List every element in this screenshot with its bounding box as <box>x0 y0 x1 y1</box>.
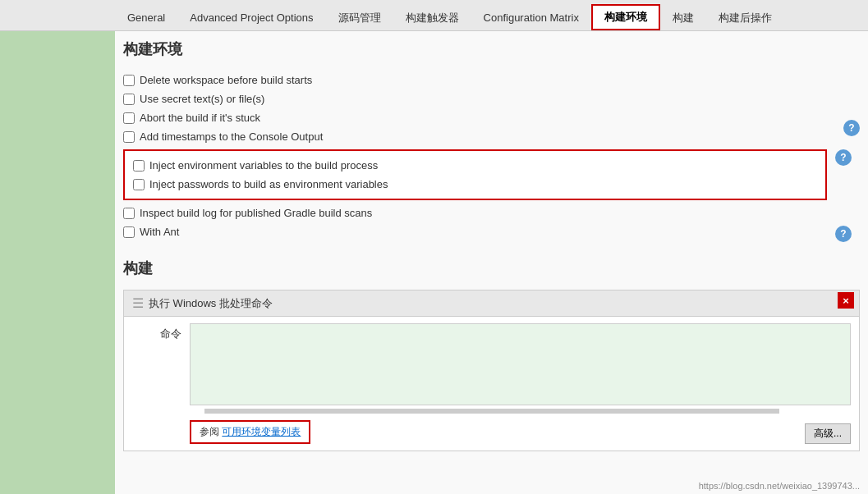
build-block-header: ☰ 执行 Windows 批处理命令 <box>124 290 859 317</box>
main-content: 构建环境 Delete workspace before build start… <box>115 31 868 494</box>
build-env-title: 构建环境 <box>123 39 860 62</box>
checkbox-delete-workspace-label: Delete workspace before build starts <box>140 74 312 86</box>
checkbox-inject-passwords[interactable] <box>133 179 145 190</box>
build-section-title: 构建 <box>123 258 860 281</box>
checkbox-row-delete-workspace: Delete workspace before build starts <box>123 71 827 89</box>
checkbox-timestamps-label: Add timestamps to the Console Output <box>140 130 323 143</box>
grouped-checkboxes-wrapper: Inject environment variables to the buil… <box>123 146 860 204</box>
checkbox-row-gradle-wrapper: Inspect build log for published Gradle b… <box>123 204 860 222</box>
help-panel: ? <box>835 31 868 494</box>
checkbox-secret-label: Use secret text(s) or file(s) <box>140 93 264 105</box>
inject-group-box: Inject environment variables to the buil… <box>123 149 827 200</box>
checkbox-row-4-wrapper: Add timestamps to the Console Output <box>123 127 860 146</box>
checkbox-timestamps[interactable] <box>123 131 135 143</box>
checkbox-inject-passwords-label: Inject passwords to build as environment… <box>149 178 388 190</box>
env-ref-text: 参阅 <box>200 426 222 437</box>
checkbox-row-1-wrapper: Delete workspace before build starts <box>123 71 860 89</box>
checkbox-delete-workspace[interactable] <box>123 75 135 86</box>
tab-triggers[interactable]: 构建触发器 <box>393 4 471 30</box>
checkbox-ant-label: With Ant <box>140 226 179 238</box>
checkbox-inject-env-label: Inject environment variables to the buil… <box>149 159 378 172</box>
checkbox-abort-label: Abort the build if it's stuck <box>140 112 260 124</box>
tab-matrix[interactable]: Configuration Matrix <box>471 4 591 30</box>
help-icon-secret[interactable]: ? <box>843 120 860 136</box>
command-label: 命令 <box>132 323 181 341</box>
build-block-body: 命令 参阅 可用环境变量列表 高级... <box>124 317 859 451</box>
tab-general[interactable]: General <box>115 4 177 30</box>
checkbox-row-abort: Abort the build if it's stuck <box>123 108 827 127</box>
checkbox-row-inject-passwords: Inject passwords to build as environment… <box>133 175 817 194</box>
checkbox-row-timestamps: Add timestamps to the Console Output <box>123 127 827 146</box>
checkbox-row-secret: Use secret text(s) or file(s) <box>123 89 827 108</box>
tab-env[interactable]: 构建环境 <box>591 4 660 30</box>
tab-advanced[interactable]: Advanced Project Options <box>177 4 325 30</box>
checkbox-ant[interactable] <box>123 226 135 238</box>
sidebar <box>0 31 115 494</box>
tab-post[interactable]: 构建后操作 <box>706 4 784 30</box>
checkbox-inject-env[interactable] <box>133 160 145 172</box>
checkbox-gradle-label: Inspect build log for published Gradle b… <box>140 207 372 219</box>
checkbox-row-gradle: Inspect build log for published Gradle b… <box>123 204 827 222</box>
drag-handle-icon: ☰ <box>132 295 144 311</box>
checkbox-row-inject-env: Inject environment variables to the buil… <box>133 156 817 175</box>
build-section: 构建 ☰ 执行 Windows 批处理命令 × 命令 参阅 可用环境变量列表 <box>123 258 860 451</box>
tab-bar: General Advanced Project Options 源码管理 构建… <box>0 0 868 31</box>
checkbox-gradle[interactable] <box>123 208 135 219</box>
env-ref-box: 参阅 可用环境变量列表 <box>190 420 310 444</box>
scrollbar-hint <box>204 409 779 414</box>
build-block-title: 执行 Windows 批处理命令 <box>149 296 273 311</box>
tab-build[interactable]: 构建 <box>660 4 706 30</box>
content-area: 构建环境 Delete workspace before build start… <box>0 31 868 494</box>
command-textarea[interactable] <box>190 323 851 405</box>
checkbox-row-ant-wrapper: With Ant ? <box>123 222 860 242</box>
checkbox-row-3-wrapper: Abort the build if it's stuck <box>123 108 860 127</box>
tab-scm[interactable]: 源码管理 <box>326 4 393 30</box>
checkbox-row-2-wrapper: Use secret text(s) or file(s) <box>123 89 860 108</box>
env-ref-link[interactable]: 可用环境变量列表 <box>222 426 301 437</box>
command-row: 命令 <box>132 323 851 405</box>
checkbox-row-ant: With Ant <box>123 222 827 241</box>
watermark: https://blog.csdn.net/weixiao_1399743... <box>699 481 860 491</box>
build-block-windows: ☰ 执行 Windows 批处理命令 × 命令 参阅 可用环境变量列表 高级..… <box>123 290 860 451</box>
checkbox-secret[interactable] <box>123 94 135 105</box>
checkbox-abort[interactable] <box>123 112 135 124</box>
